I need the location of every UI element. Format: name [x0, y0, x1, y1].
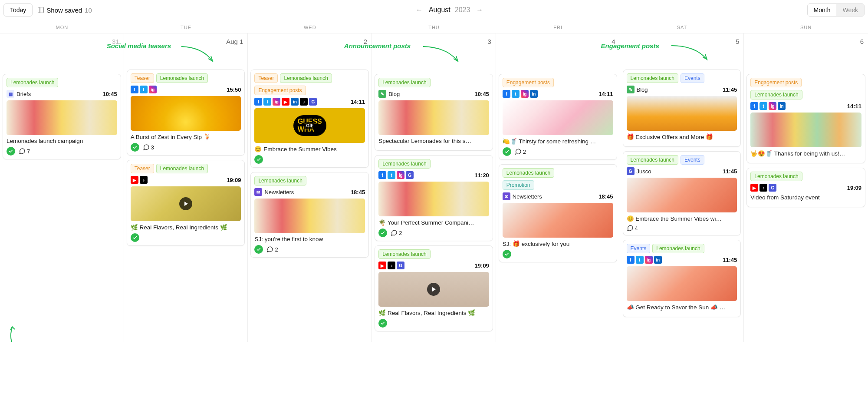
card-savor[interactable]: Events Lemonades launch f t ig in 11:45 …: [623, 240, 741, 317]
card-thumb: [503, 203, 613, 238]
instagram-icon: ig: [273, 98, 280, 106]
prev-month-button[interactable]: ←: [414, 5, 424, 15]
card-thumb: [627, 266, 737, 301]
gif-badge: GIF: [303, 122, 316, 129]
facebook-icon: f: [503, 90, 510, 98]
panel-icon: [38, 7, 44, 13]
card-social-announce[interactable]: Lemonades launch f t ig G 11:20 🌴 Your P…: [375, 155, 493, 241]
comments-button[interactable]: 2: [391, 229, 402, 236]
comments-button[interactable]: 3: [143, 144, 154, 151]
platform-icons: f t ig G: [378, 171, 414, 179]
card-newsletter2[interactable]: Lemonades launch Promotion ✉Newsletters …: [499, 164, 617, 262]
next-month-button[interactable]: →: [474, 5, 485, 15]
card-thumb: [131, 186, 241, 221]
platform-icons: ▶ ♪: [131, 176, 148, 184]
calendar-grid: 31 Lemonades launch ▦Briefs 10:45 Lemona…: [0, 33, 868, 342]
platform-icons: f t ig ▶ in ♪ G: [254, 98, 317, 106]
day-cell: 3 Lemonades launch ✎Blog 10:45 Spectacul…: [372, 33, 496, 342]
card-brief[interactable]: Lemonades launch ▦Briefs 10:45 Lemonades…: [3, 74, 121, 159]
platform-icons: f t ig in: [503, 90, 538, 98]
check-icon: [378, 319, 387, 328]
newsletter-icon: ✉: [254, 188, 262, 196]
card-time: 18:45: [351, 189, 365, 195]
card-guess[interactable]: Teaser Lemonades launch Engagement posts…: [250, 70, 369, 168]
view-toggle: Month Week: [807, 3, 865, 17]
tag-lemon: Lemonades launch: [280, 73, 332, 83]
card-time: 19:09: [475, 262, 489, 269]
card-title: A Burst of Zest in Every Sip 🍹: [131, 133, 241, 140]
youtube-icon: ▶: [131, 176, 138, 184]
date-number: 6: [746, 36, 865, 48]
card-time: 18:45: [598, 193, 613, 200]
tag-teaser: Teaser: [131, 73, 154, 83]
card-thumb: [131, 96, 241, 131]
comments-button[interactable]: 2: [266, 246, 278, 253]
weekday: TUE: [124, 22, 248, 33]
tag-events: Events: [681, 73, 704, 83]
comments-button[interactable]: 7: [19, 148, 30, 155]
weekday: FRI: [496, 22, 620, 33]
platform-icons: f t ig in: [750, 102, 786, 110]
comments-button[interactable]: 2: [515, 148, 526, 155]
tag-lemon: Lemonades launch: [750, 172, 802, 181]
blog-icon: ✎: [378, 90, 386, 98]
card-time: 11:45: [723, 257, 737, 263]
card-title: 🤟😍🥤 Thanks for being with us!…: [750, 150, 861, 157]
facebook-icon: f: [378, 171, 386, 179]
show-saved-toggle[interactable]: Show saved 10: [38, 7, 92, 14]
card-title: 🌴 Your Perfect Summer Compani…: [378, 219, 489, 226]
play-icon: [179, 197, 192, 210]
comments-button[interactable]: 4: [627, 225, 638, 232]
tag-teaser: Teaser: [131, 164, 154, 173]
google-icon: G: [397, 262, 404, 269]
weekday: THU: [372, 22, 496, 33]
card-title: Video from Saturday event: [750, 194, 861, 201]
day-cell: 5 Engagement posts Lemonades launch Even…: [620, 33, 744, 342]
weekday: WED: [248, 22, 372, 33]
card-teaser1[interactable]: Teaser Lemonades launch f t ig 15:50 A B…: [127, 70, 245, 156]
twitter-icon: t: [760, 102, 767, 110]
card-blog[interactable]: Lemonades launch ✎Blog 10:45 Spectacular…: [375, 74, 493, 151]
tag-lemon: Lemonades launch: [503, 168, 554, 178]
check-icon: [131, 143, 139, 152]
tag-lemon: Lemonades launch: [156, 164, 208, 173]
youtube-icon: ▶: [750, 184, 758, 192]
day-cell: 4 Engagement posts f t ig in 14:11 🍋🥤 Th…: [496, 33, 620, 342]
week-view-button[interactable]: Week: [836, 4, 864, 16]
card-title: 🌿 Real Flavors, Real Ingredients 🌿: [378, 309, 489, 316]
card-jusco[interactable]: Lemonades launch Events GJusco 11:45 😊 E…: [623, 151, 741, 235]
weekday-header: MON TUE WED THU FRI SAT SUN: [0, 22, 868, 33]
date-number: 3: [375, 36, 493, 48]
card-newsletter[interactable]: Lemonades launch ✉Newsletters 18:45 SJ: …: [250, 172, 369, 258]
date-navigator: ← August 2023 →: [97, 5, 802, 15]
weekday: MON: [0, 22, 124, 33]
twitter-icon: t: [263, 98, 271, 106]
linkedin-icon: in: [778, 102, 786, 110]
google-icon: G: [309, 98, 317, 106]
check-icon: [378, 229, 387, 237]
youtube-icon: ▶: [282, 98, 289, 106]
card-offers[interactable]: Lemonades launch Events ✎Blog 11:45 🎁 Ex…: [623, 70, 741, 147]
card-time: 15:50: [227, 86, 241, 93]
card-time: 11:20: [475, 172, 489, 179]
card-video2[interactable]: Lemonades launch ▶ ♪ G 19:09 Video from …: [746, 168, 865, 207]
card-time: 10:45: [102, 91, 117, 97]
tiktok-icon: ♪: [388, 262, 395, 269]
current-year: 2023: [455, 6, 470, 14]
card-time: 14:11: [598, 91, 613, 97]
month-view-button[interactable]: Month: [808, 4, 837, 16]
card-engage1[interactable]: Engagement posts f t ig in 14:11 🍋🥤 Thir…: [499, 74, 617, 160]
show-saved-label: Show saved: [46, 7, 82, 14]
day-cell: Aug 1 Social media teasers Teaser Lemona…: [124, 33, 248, 342]
card-teaser2[interactable]: Teaser Lemonades launch ▶ ♪ 19:09 🌿 Real…: [127, 160, 245, 246]
twitter-icon: t: [388, 171, 395, 179]
tag-lemon: Lemonades launch: [750, 90, 802, 99]
card-title: 🎁 Exclusive Offers and More 🎁: [627, 133, 737, 140]
card-video[interactable]: Lemonades launch ▶ ♪ G 19:09 🌿 Real Flav…: [375, 245, 493, 331]
type-newsletter: Newsletters: [513, 193, 542, 200]
today-button[interactable]: Today: [3, 3, 33, 17]
type-blog: Blog: [637, 86, 648, 93]
card-thanks[interactable]: Engagement posts Lemonades launch f t ig…: [746, 74, 865, 163]
tag-lemon: Lemonades launch: [378, 249, 430, 259]
date-number: 2: [250, 36, 369, 48]
